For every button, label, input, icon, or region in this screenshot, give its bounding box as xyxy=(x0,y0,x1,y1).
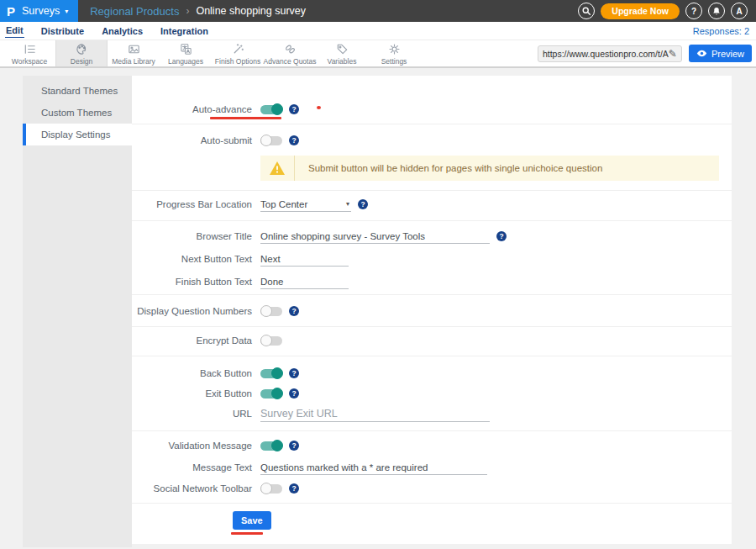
toolbar-item-languages[interactable]: Languages xyxy=(160,40,212,66)
auto-submit-toggle[interactable] xyxy=(260,136,282,145)
tab-analytics[interactable]: Analytics xyxy=(101,24,144,38)
breadcrumb-current: Online shopping survey xyxy=(196,5,306,17)
validation-message-toggle[interactable] xyxy=(260,441,282,451)
field-help-icon[interactable]: ? xyxy=(496,231,507,241)
back-button-label: Back Button xyxy=(132,368,252,378)
finish-button-text-row: Finish Button Text xyxy=(132,272,732,292)
warning-text: Submit button will be hidden for pages w… xyxy=(295,163,602,173)
tab-edit[interactable]: Edit xyxy=(5,24,24,38)
breadcrumb-parent-link[interactable]: Regional Products xyxy=(90,5,179,18)
social-network-toolbar-label: Social Network Toolbar xyxy=(132,483,252,494)
toolbar-item-label: Languages xyxy=(168,57,203,66)
red-underline-annotation xyxy=(210,117,281,119)
back-button-toggle[interactable] xyxy=(260,369,282,378)
message-text-label: Message Text xyxy=(132,462,252,472)
preview-button[interactable]: Preview xyxy=(689,45,752,62)
avatar[interactable]: A xyxy=(731,3,748,19)
toggle-knob xyxy=(271,103,283,115)
toggle-knob xyxy=(260,135,272,146)
questionpro-logo: P xyxy=(7,5,15,18)
exit-button-toggle[interactable] xyxy=(260,389,282,399)
validation-message-label: Validation Message xyxy=(132,441,252,451)
main-area: Standard Themes Custom Themes Display Se… xyxy=(0,68,756,547)
field-help-icon[interactable]: ? xyxy=(289,104,299,114)
responses-count[interactable]: Responses: 2 xyxy=(693,26,749,36)
questionpro-app: P Surveys ▾ Regional Products › Online s… xyxy=(0,0,756,549)
browser-title-input[interactable] xyxy=(260,230,490,244)
browser-title-label: Browser Title xyxy=(132,231,252,241)
tab-distribute[interactable]: Distribute xyxy=(40,24,85,38)
upgrade-now-button[interactable]: Upgrade Now xyxy=(601,3,680,19)
warning-triangle-icon xyxy=(260,161,294,176)
social-network-toolbar-toggle[interactable] xyxy=(260,484,282,494)
field-help-icon[interactable]: ? xyxy=(289,441,299,451)
surveys-menu[interactable]: P Surveys ▾ xyxy=(0,0,78,22)
progress-bar-location-label: Progress Bar Location xyxy=(132,199,252,209)
toggle-knob xyxy=(260,483,272,494)
display-settings-panel: Auto-advance ? Auto-submit ? Submit butt… xyxy=(132,76,732,544)
toggle-knob xyxy=(260,305,272,317)
next-button-text-input[interactable] xyxy=(260,252,349,267)
palette-icon xyxy=(75,42,89,56)
finish-button-text-label: Finish Button Text xyxy=(132,277,252,287)
toolbar-item-label: Settings xyxy=(381,57,407,66)
auto-advance-toggle[interactable] xyxy=(260,105,282,114)
encrypt-data-label: Encrypt Data xyxy=(132,335,252,346)
toolbar-item-finish-options[interactable]: Finish Options xyxy=(212,40,264,66)
display-question-numbers-toggle[interactable] xyxy=(260,307,282,316)
toolbar-item-settings[interactable]: Settings xyxy=(368,40,420,66)
help-icon[interactable]: ? xyxy=(685,3,702,19)
toolbar-item-workspace[interactable]: Workspace xyxy=(3,40,55,66)
field-help-icon[interactable]: ? xyxy=(289,368,299,378)
edit-url-pencil-icon[interactable]: ✎ xyxy=(669,48,677,60)
image-icon xyxy=(127,42,141,56)
tab-integration[interactable]: Integration xyxy=(160,24,209,38)
bell-icon[interactable] xyxy=(708,3,725,19)
divider xyxy=(132,430,732,431)
field-help-icon[interactable]: ? xyxy=(289,388,299,399)
toolbar-item-design[interactable]: Design xyxy=(55,40,108,66)
toggle-knob xyxy=(271,388,283,399)
toolbar-item-label: Finish Options xyxy=(215,57,260,66)
encrypt-data-toggle[interactable] xyxy=(260,336,282,346)
encrypt-data-row: Encrypt Data xyxy=(132,330,732,351)
display-question-numbers-row: Display Question Numbers ? xyxy=(132,301,732,321)
toolbar-right: ✎ Preview xyxy=(538,40,756,66)
sidebar-item-standard-themes[interactable]: Standard Themes xyxy=(23,80,132,102)
search-icon[interactable] xyxy=(578,3,595,19)
workspace-list-icon xyxy=(23,42,37,56)
sidebar-item-custom-themes[interactable]: Custom Themes xyxy=(23,102,132,124)
field-help-icon[interactable]: ? xyxy=(289,135,299,145)
field-help-icon[interactable]: ? xyxy=(289,306,299,316)
breadcrumb: Regional Products › Online shopping surv… xyxy=(90,5,306,18)
exit-url-row: URL xyxy=(132,404,732,424)
chain-links-icon xyxy=(283,42,297,56)
display-question-numbers-label: Display Question Numbers xyxy=(132,306,252,316)
divider xyxy=(132,326,732,327)
field-help-icon[interactable]: ? xyxy=(358,199,368,209)
progress-bar-location-select[interactable]: Top Center ▾ xyxy=(260,198,351,212)
exit-url-input[interactable] xyxy=(260,406,490,422)
exit-button-label: Exit Button xyxy=(132,388,252,399)
field-help-icon[interactable]: ? xyxy=(289,483,299,494)
finish-button-text-input[interactable] xyxy=(260,275,349,289)
survey-url-input[interactable] xyxy=(543,49,669,59)
toolbar-item-media-library[interactable]: Media Library xyxy=(108,40,160,66)
progress-bar-location-row: Progress Bar Location Top Center ▾ ? xyxy=(132,194,732,214)
message-text-input[interactable] xyxy=(260,461,487,475)
breadcrumb-separator: › xyxy=(186,5,189,17)
header-actions: Upgrade Now ? A xyxy=(578,3,756,19)
preview-button-label: Preview xyxy=(711,49,744,59)
tag-icon xyxy=(335,42,349,56)
top-header-bar: P Surveys ▾ Regional Products › Online s… xyxy=(0,0,756,22)
toolbar-item-advance-quotas[interactable]: Advance Quotas xyxy=(264,40,316,66)
divider xyxy=(132,190,732,191)
toolbar-item-variables[interactable]: Variables xyxy=(316,40,368,66)
survey-url-box: ✎ xyxy=(538,45,682,62)
sidebar-item-display-settings[interactable]: Display Settings xyxy=(23,124,132,145)
auto-advance-label: Auto-advance xyxy=(132,104,252,114)
social-network-toolbar-row: Social Network Toolbar ? xyxy=(132,478,732,499)
save-button[interactable]: Save xyxy=(233,511,271,530)
toolbar-item-label: Advance Quotas xyxy=(264,57,317,66)
red-underline-annotation xyxy=(231,532,263,535)
